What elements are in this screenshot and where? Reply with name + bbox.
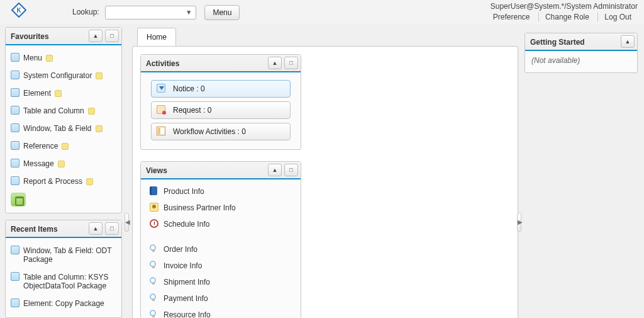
window-icon [11, 272, 19, 281]
view-item-label: Product Info [164, 187, 204, 196]
view-item[interactable]: Business Partner Info [145, 200, 297, 216]
view-item[interactable]: Shipment Info [145, 274, 297, 290]
chevron-down-icon: ▼ [186, 9, 192, 16]
recent-item[interactable]: Window, Tab & Field: ODT Package [9, 242, 118, 268]
notice-label: Notice : 0 [173, 84, 205, 93]
view-item[interactable]: Invoice Info [145, 258, 297, 274]
request-button[interactable]: Request : 0 [151, 101, 291, 119]
favourites-item[interactable]: Menu [9, 49, 118, 67]
favourite-star-icon[interactable] [55, 90, 62, 97]
views-title: Views [146, 166, 167, 175]
view-item-label: Payment Info [164, 294, 208, 303]
svg-text:K: K [16, 7, 21, 14]
recent-item-label: Table and Column: KSYS ObjectDataTool Pa… [23, 273, 108, 290]
getting-started-content: (Not available) [525, 51, 637, 72]
favourites-item[interactable]: Reference [9, 137, 118, 155]
favourites-item-label: Window, Tab & Field [23, 124, 92, 133]
preference-link[interactable]: Preference [487, 13, 536, 21]
tab-home[interactable]: Home [137, 28, 176, 46]
favourite-star-icon[interactable] [96, 125, 103, 132]
view-item[interactable]: Product Info [145, 183, 297, 200]
bulb-icon [150, 293, 156, 300]
workflow-button[interactable]: Workflow Activities : 0 [151, 123, 291, 140]
maximize-icon[interactable]: □ [284, 57, 298, 69]
bulb-icon [150, 277, 156, 283]
view-item-label: Schedule Info [164, 220, 209, 229]
notice-button[interactable]: Notice : 0 [151, 80, 291, 98]
view-item[interactable]: Schedule Info [145, 216, 297, 232]
favourites-item-label: Menu [23, 54, 42, 62]
window-icon [11, 246, 19, 254]
favourites-item[interactable]: System Configurator [9, 67, 118, 84]
recent-item-label: Element: Copy Package [23, 299, 104, 308]
request-icon [157, 105, 165, 114]
getting-started-title: Getting Started [530, 38, 585, 47]
view-item-label: Business Partner Info [164, 203, 236, 212]
favourites-item[interactable]: Report & Process [9, 173, 118, 190]
favourite-star-icon[interactable] [62, 143, 69, 150]
window-icon [11, 141, 19, 150]
view-item[interactable]: Resource Info [145, 307, 297, 318]
recent-item-label: Window, Tab & Field: ODT Package [23, 246, 111, 264]
recent-title: Recent Items [11, 225, 58, 234]
maximize-icon[interactable]: □ [105, 222, 119, 235]
collapse-icon[interactable]: ▲ [89, 30, 103, 42]
favourites-item-label: Message [23, 159, 54, 168]
favourites-item[interactable]: Element [9, 84, 118, 102]
collapse-icon[interactable]: ▲ [89, 222, 103, 235]
window-icon [11, 298, 19, 307]
maximize-icon[interactable]: □ [284, 164, 298, 176]
splitter-left-handle[interactable] [125, 213, 129, 232]
window-icon [11, 88, 19, 97]
trash-icon[interactable] [11, 193, 26, 207]
view-item-label: Invoice Info [164, 261, 202, 270]
recent-items-panel: Recent Items ▲ □ Window, Tab & Field: OD… [5, 220, 122, 318]
recent-item[interactable]: Element: Copy Package [9, 295, 118, 312]
favourites-item-label: Element [23, 89, 51, 98]
favourite-star-icon[interactable] [88, 108, 95, 115]
maximize-icon[interactable]: □ [105, 30, 119, 42]
view-item[interactable]: Order Info [145, 241, 297, 258]
favourites-item-label: Report & Process [23, 177, 82, 186]
favourite-star-icon[interactable] [46, 55, 53, 62]
view-item-label: Shipment Info [164, 278, 210, 287]
getting-started-panel: Getting Started ▲ (Not available) [525, 33, 638, 73]
lookup-input[interactable]: ▼ [105, 6, 196, 20]
workflow-label: Workflow Activities : 0 [173, 127, 246, 136]
window-icon [11, 176, 19, 185]
favourites-item[interactable]: Table and Column [9, 102, 118, 120]
splitter-right-handle[interactable] [517, 213, 521, 232]
favourite-star-icon[interactable] [58, 161, 65, 168]
notice-icon [157, 84, 165, 93]
favourites-item-label: Table and Column [23, 106, 84, 115]
collapse-icon[interactable]: ▲ [621, 35, 635, 48]
view-item-label: Order Info [164, 245, 197, 254]
view-item-icon [150, 186, 157, 195]
menu-button[interactable]: Menu [204, 5, 240, 20]
window-icon [11, 71, 19, 79]
window-icon [11, 106, 19, 115]
change-role-link[interactable]: Change Role [538, 13, 596, 21]
favourite-star-icon[interactable] [86, 178, 93, 185]
activities-title: Activities [146, 59, 179, 68]
favourites-panel: Favourites ▲ □ MenuSystem ConfiguratorEl… [5, 27, 122, 213]
view-item-label: Resource Info [164, 310, 211, 318]
logout-link[interactable]: Log Out [597, 13, 638, 21]
request-label: Request : 0 [173, 106, 211, 115]
favourite-star-icon[interactable] [96, 72, 103, 79]
user-display: SuperUser@System.*/System Administrator [487, 2, 638, 11]
window-icon [11, 53, 19, 62]
favourites-title: Favourites [11, 32, 49, 41]
app-logo-icon: K [11, 3, 26, 18]
window-icon [11, 123, 19, 132]
collapse-icon[interactable]: ▲ [268, 57, 282, 69]
view-item-icon [150, 219, 158, 228]
favourites-item[interactable]: Message [9, 155, 118, 173]
bulb-icon [150, 261, 156, 267]
collapse-icon[interactable]: ▲ [268, 164, 282, 176]
favourites-item[interactable]: Window, Tab & Field [9, 120, 118, 137]
recent-item[interactable]: Table and Column: KSYS ObjectDataTool Pa… [9, 268, 118, 295]
view-item[interactable]: Payment Info [145, 290, 297, 307]
lookup-label: Lookup: [72, 8, 99, 16]
window-icon [11, 159, 19, 168]
